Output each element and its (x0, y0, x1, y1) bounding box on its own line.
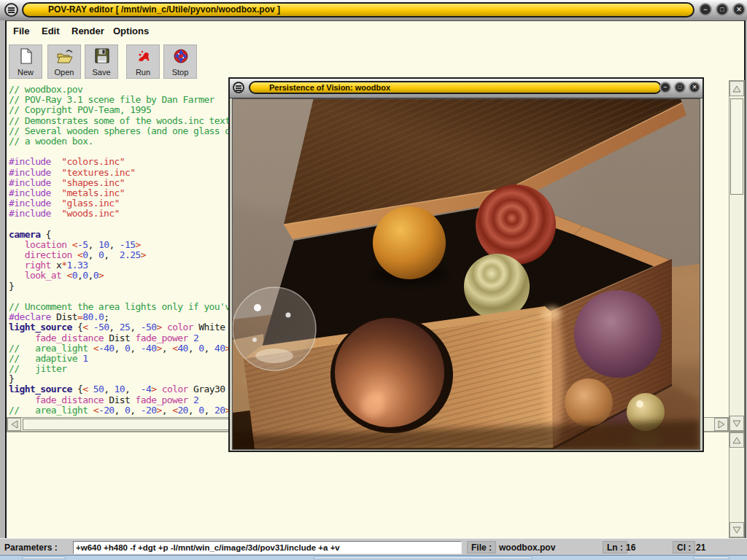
code-token: // (9, 353, 19, 364)
code-token: > (156, 343, 161, 354)
code-token (19, 363, 35, 374)
scroll-down-icon[interactable] (729, 522, 744, 537)
window-frame-left (0, 20, 7, 538)
code-token: fade_distance (35, 394, 104, 405)
code-token: light_source (9, 322, 72, 332)
new-button[interactable]: New (9, 44, 42, 79)
scroll-up-icon[interactable] (729, 81, 744, 96)
editor-vscroll-thumb[interactable] (730, 98, 743, 195)
menu-edit[interactable]: Edit (42, 26, 60, 36)
code-token: #include (9, 167, 51, 178)
code-token: "colors.inc" (61, 156, 125, 167)
code-token: , (188, 343, 198, 354)
code-token: // woodbox.pov (9, 84, 82, 95)
scroll-up-icon[interactable] (729, 432, 744, 448)
parameters-label: Parameters : (4, 542, 58, 553)
code-token: jitter (35, 363, 66, 374)
code-token: "shapes.inc" (61, 177, 125, 188)
code-token: "textures.inc" (61, 167, 135, 178)
code-token: #include (9, 187, 51, 198)
code-token (9, 239, 25, 250)
scroll-right-icon[interactable] (714, 418, 728, 431)
code-token: > (98, 270, 104, 281)
code-token (88, 384, 93, 394)
run-povray-gecko-icon (136, 48, 152, 64)
code-token: "woods.inc" (61, 208, 120, 219)
code-token (51, 177, 61, 188)
code-token: 40 (177, 343, 187, 354)
taskbar-strip[interactable] (0, 555, 747, 560)
close-button[interactable]: ✕ (732, 3, 746, 16)
minimize-button[interactable]: − (659, 82, 671, 93)
code-token: , (104, 384, 114, 394)
code-token: -20 (141, 405, 157, 416)
code-token: #declare (9, 311, 51, 322)
code-token: x (51, 260, 61, 271)
code-token: , (162, 405, 172, 416)
open-button[interactable]: Open (47, 44, 81, 79)
code-token (51, 198, 61, 209)
code-token (51, 187, 61, 198)
maximize-button[interactable]: □ (716, 3, 729, 16)
render-window[interactable]: Persistence of Vision: woodbox − □ ✕ (228, 77, 704, 452)
save-button[interactable]: Save (85, 44, 118, 79)
window-menu-icon[interactable] (233, 82, 244, 93)
code-token: { (40, 229, 50, 240)
code-token (72, 249, 77, 260)
code-token: 0 (198, 405, 204, 416)
code-token (9, 394, 35, 405)
code-token: , (162, 343, 172, 354)
yellow-striped-sphere (464, 254, 530, 319)
scroll-left-icon[interactable] (7, 418, 21, 431)
code-token: light_source (9, 384, 72, 394)
code-token (88, 322, 93, 332)
stop-button[interactable]: Stop (163, 44, 197, 79)
code-token: // POV-Ray 3.1 scene file by Dan Farmer (9, 94, 214, 105)
amber-sphere (373, 206, 446, 284)
menu-render[interactable]: Render (71, 26, 104, 36)
close-button[interactable]: ✕ (689, 82, 700, 93)
code-token: } (9, 281, 14, 292)
output-vertical-scrollbar[interactable] (729, 432, 745, 538)
minimize-button[interactable]: − (699, 3, 712, 16)
copper-sphere (335, 318, 444, 427)
code-token: // Copyright POV-Team, 1995 (9, 104, 151, 115)
code-token: 80.0 (82, 311, 104, 322)
code-token: 2 (193, 394, 198, 405)
code-token: -40 (141, 343, 157, 354)
code-token: // a wooden box. (9, 136, 93, 147)
menu-file[interactable]: File (13, 26, 29, 36)
scroll-down-icon[interactable] (729, 416, 744, 431)
maximize-button[interactable]: □ (674, 82, 686, 93)
red-ringed-sphere (476, 184, 556, 265)
run-button[interactable]: Run (126, 44, 160, 79)
code-token: fade_power (135, 394, 187, 405)
code-token: // (9, 363, 19, 374)
code-token: look_at (25, 270, 62, 281)
render-image (233, 99, 700, 449)
code-token: } (9, 373, 14, 384)
stop-ball-icon (173, 48, 189, 64)
editor-vertical-scrollbar[interactable] (729, 80, 745, 432)
code-token: color (167, 322, 193, 332)
code-token: area_light (35, 405, 88, 416)
code-token (51, 167, 61, 178)
code-token (67, 239, 72, 250)
window-menu-icon[interactable] (4, 3, 18, 17)
menu-options[interactable]: Options (113, 26, 149, 36)
code-token: < (72, 239, 77, 250)
menubar: File Edit Render Options (7, 22, 744, 42)
code-token: , (125, 384, 141, 394)
code-token: #include (9, 208, 51, 219)
parameters-input[interactable] (73, 541, 462, 554)
new-button-label: New (18, 68, 34, 77)
line-label: Ln : (603, 541, 627, 553)
file-value: woodbox.pov (499, 542, 555, 553)
code-token: // (9, 343, 19, 354)
code-token: location (25, 239, 67, 250)
code-token: , (109, 239, 119, 250)
stop-button-label: Stop (172, 68, 189, 77)
code-token: area_light (35, 343, 88, 354)
render-window-titlebar: Persistence of Vision: woodbox − □ ✕ (230, 79, 703, 98)
code-token: 1 (82, 353, 88, 364)
